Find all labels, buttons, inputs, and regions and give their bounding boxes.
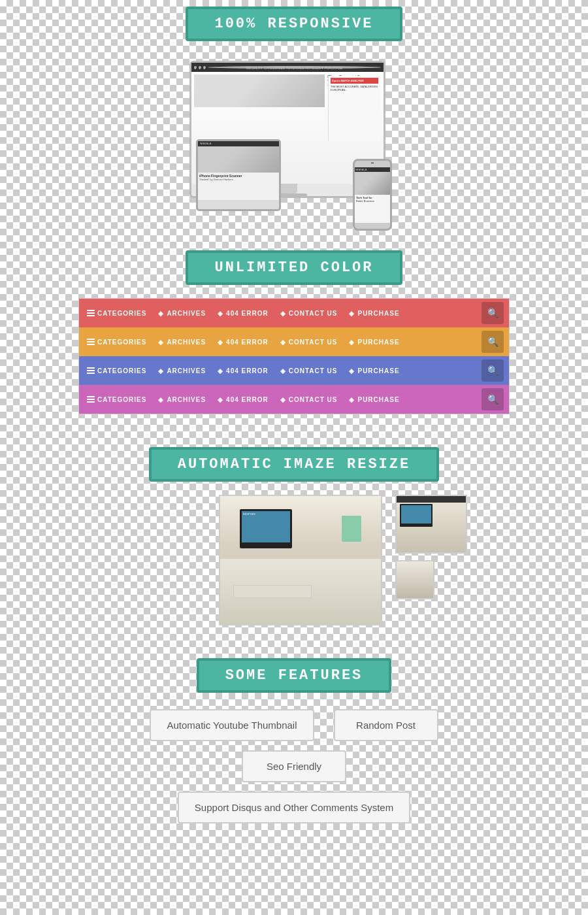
device-mockups: ● ● ● IMASALA ▾ CATEGORIES TUTORIALS ART… (189, 48, 399, 231)
categories-label-blue: CATEGORIES (97, 367, 146, 374)
404-label-purple: 404 ERROR (226, 396, 269, 403)
categories-label-red: CATEGORIES (97, 310, 146, 317)
seo-friendly-btn[interactable]: Seo Friendly (242, 750, 346, 782)
tablet-nav: IMASALA (198, 141, 279, 146)
nav-items-purple: CATEGORIES ◈ ARCHIVES ◈ 404 ERROR ◈ CONT… (87, 396, 501, 403)
hamburger-line-1 (87, 310, 95, 311)
purchase-label-orange: PURCHASE (357, 339, 399, 346)
image-resize-demo: BESPOKE (121, 495, 467, 625)
nav-contact-purple[interactable]: ◈ CONTACT US (280, 396, 338, 403)
404-icon-blue: ◈ (218, 367, 223, 374)
desktop-hero-img (194, 75, 325, 107)
contact-icon-blue: ◈ (280, 367, 286, 374)
features-grid: Automatic Youtube Thumbnail Random Post … (150, 709, 438, 824)
contact-icon-purple: ◈ (280, 396, 286, 403)
nav-dot-2: ● (199, 66, 201, 69)
nav-purchase-blue[interactable]: ◈ PURCHASE (349, 367, 399, 374)
archives-label-purple: ARCHIVES (167, 396, 206, 403)
hamburger-line-1 (87, 367, 95, 369)
nav-purchase-orange[interactable]: ◈ PURCHASE (349, 339, 399, 346)
nav-contact-red[interactable]: ◈ CONTACT US (280, 310, 338, 317)
nav-purchase-purple[interactable]: ◈ PURCHASE (349, 396, 399, 403)
resize-img-medium (395, 495, 467, 554)
search-btn-blue[interactable]: 🔍 (482, 359, 504, 382)
desktop-sidebar-text: THE MOST ACCURATE, DATA-DRIVEN EUROPEAN.… (331, 85, 378, 92)
medium-screen (401, 505, 431, 524)
nav-contact-blue[interactable]: ◈ CONTACT US (280, 367, 338, 374)
archives-icon-purple: ◈ (158, 396, 164, 403)
hamburger-line-2 (87, 312, 95, 314)
nav-bar-purple: CATEGORIES ◈ ARCHIVES ◈ 404 ERROR ◈ CONT… (79, 385, 509, 414)
contact-icon-orange: ◈ (280, 339, 286, 346)
404-label-blue: 404 ERROR (226, 367, 269, 374)
monitor-screen: BESPOKE (242, 511, 290, 542)
phone-nav: IMASALA (355, 167, 390, 172)
random-post-btn[interactable]: Random Post (334, 709, 438, 741)
nav-404-orange[interactable]: ◈ 404 ERROR (218, 339, 269, 346)
hamburger-line-1 (87, 396, 95, 397)
nav-archives-orange[interactable]: ◈ ARCHIVES (158, 339, 206, 346)
search-btn-purple[interactable]: 🔍 (482, 388, 504, 410)
nav-archives-red[interactable]: ◈ ARCHIVES (158, 310, 206, 317)
nav-bar-red: CATEGORIES ◈ ARCHIVES ◈ 404 ERROR ◈ CONT… (79, 299, 509, 327)
disqus-btn[interactable]: Support Disqus and Other Comments System (178, 791, 410, 824)
plant (342, 516, 361, 542)
hamburger-icon-red (87, 310, 95, 316)
archives-icon-blue: ◈ (158, 367, 164, 374)
nav-404-blue[interactable]: ◈ 404 ERROR (218, 367, 269, 374)
nav-archives-purple[interactable]: ◈ ARCHIVES (158, 396, 206, 403)
nav-purchase-red[interactable]: ◈ PURCHASE (349, 310, 399, 317)
purchase-label-red: PURCHASE (357, 310, 399, 317)
features-badge: Some Features (197, 658, 392, 693)
categories-label-orange: CATEGORIES (97, 339, 146, 346)
search-btn-red[interactable]: 🔍 (482, 302, 504, 324)
medium-monitor (400, 504, 433, 527)
hamburger-line-3 (87, 315, 95, 316)
purchase-icon-orange: ◈ (349, 339, 355, 346)
phone-img (355, 172, 390, 195)
resize-section: Automatic IMaZE Resize BESPOKE (0, 447, 588, 625)
archives-icon-orange: ◈ (158, 339, 164, 346)
youtube-thumbnail-btn[interactable]: Automatic Youtube Thumbnail (150, 709, 314, 741)
nav-categories-purple[interactable]: CATEGORIES (87, 396, 146, 403)
archives-label-red: ARCHIVES (167, 310, 206, 317)
unlimited-section: Unlimited Color CATEGORIES ◈ ARCHIVES (0, 250, 588, 414)
hamburger-line-3 (87, 373, 95, 374)
tablet-img (198, 146, 279, 173)
nav-bars-container: CATEGORIES ◈ ARCHIVES ◈ 404 ERROR ◈ CONT… (78, 298, 510, 414)
small-bg (397, 561, 433, 598)
desktop-sidebar: Sports MATCH ANALYSIS THE MOST ACCURATE,… (328, 76, 380, 141)
purchase-icon-blue: ◈ (349, 367, 355, 374)
resize-img-large: BESPOKE (219, 495, 382, 625)
responsive-badge: 100% Responsive (186, 7, 402, 41)
contact-label-red: CONTACT US (289, 310, 338, 317)
nav-categories-orange[interactable]: CATEGORIES (87, 339, 146, 346)
nav-dot-3: ● (203, 66, 206, 69)
nav-items-blue: CATEGORIES ◈ ARCHIVES ◈ 404 ERROR ◈ CONT… (87, 367, 501, 374)
phone-screen: IMASALA Tech Tool for Better Business (355, 167, 390, 223)
archives-icon-red: ◈ (158, 310, 164, 317)
search-btn-orange[interactable]: 🔍 (482, 331, 504, 353)
resize-badge: Automatic IMaZE Resize (149, 447, 439, 482)
archives-label-orange: ARCHIVES (167, 339, 206, 346)
nav-items-red: CATEGORIES ◈ ARCHIVES ◈ 404 ERROR ◈ CONT… (87, 310, 501, 317)
nav-categories-blue[interactable]: CATEGORIES (87, 367, 146, 374)
nav-404-red[interactable]: ◈ 404 ERROR (218, 310, 269, 317)
resize-img-small (395, 560, 434, 599)
nav-404-purple[interactable]: ◈ 404 ERROR (218, 396, 269, 403)
archives-label-blue: ARCHIVES (167, 367, 206, 374)
nav-contact-orange[interactable]: ◈ CONTACT US (280, 339, 338, 346)
features-section: Some Features Automatic Youtube Thumbnai… (0, 658, 588, 843)
nav-archives-blue[interactable]: ◈ ARCHIVES (158, 367, 206, 374)
categories-label-purple: CATEGORIES (97, 396, 146, 403)
nav-categories-red[interactable]: CATEGORIES (87, 310, 146, 317)
features-row-2: Seo Friendly (242, 750, 346, 782)
purchase-icon-purple: ◈ (349, 396, 355, 403)
hamburger-line-3 (87, 344, 95, 345)
phone-subtitle: Better Business (356, 199, 389, 203)
tablet-screen: IMASALA iPhone Fingerprint Scanner 'Hack… (198, 141, 279, 200)
hamburger-icon-orange (87, 339, 95, 345)
nav-bar-blue: CATEGORIES ◈ ARCHIVES ◈ 404 ERROR ◈ CONT… (79, 356, 509, 385)
contact-label-blue: CONTACT US (289, 367, 338, 374)
contact-label-purple: CONTACT US (289, 396, 338, 403)
